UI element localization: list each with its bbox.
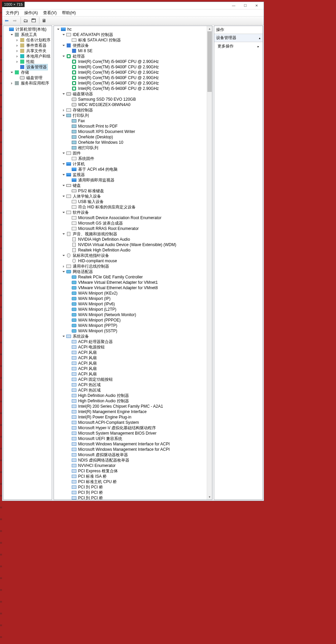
- tree-item[interactable]: 通用串行总线控制器: [55, 264, 206, 269]
- tree-item[interactable]: 共享文件夹: [4, 48, 51, 54]
- expand-toggle[interactable]: [61, 32, 66, 37]
- tree-item[interactable]: HID-compliant mouse: [55, 258, 206, 264]
- tree-item[interactable]: Fax: [55, 118, 206, 124]
- tree-item[interactable]: 任务计划程序: [4, 37, 51, 43]
- tree-item[interactable]: Microsoft Windows Management Interface f…: [55, 447, 206, 452]
- expand-toggle[interactable]: [61, 54, 66, 59]
- tree-item[interactable]: 存储: [4, 70, 51, 75]
- tree-item[interactable]: 系统设备: [55, 334, 206, 339]
- more-actions-item[interactable]: 更多操作 ▸: [214, 42, 263, 50]
- tree-item[interactable]: 网络适配器: [55, 269, 206, 274]
- tree-item[interactable]: 本地用户和组: [4, 54, 51, 59]
- tree-item[interactable]: Intel(R) Core(TM) i5-9400F CPU @ 2.90GHz: [55, 80, 206, 86]
- tree-item[interactable]: 磁盘驱动器: [55, 91, 206, 97]
- tree-item[interactable]: 根打印队列: [55, 145, 206, 150]
- scroll-down-button[interactable]: ▼: [207, 494, 212, 500]
- tree-item[interactable]: 处理器: [55, 54, 206, 59]
- expand-toggle[interactable]: [61, 210, 66, 215]
- tree-item[interactable]: 计算机管理(本地): [4, 27, 51, 32]
- tree-item[interactable]: PS/2 标准键盘: [55, 188, 206, 194]
- tree-item[interactable]: NVVHCI Enumerator: [55, 463, 206, 468]
- tree-item[interactable]: 键盘: [55, 183, 206, 188]
- tree-item[interactable]: 计算机: [55, 161, 206, 167]
- expand-toggle[interactable]: [9, 70, 14, 75]
- tree-item[interactable]: PCI 标准主机 CPU 桥: [55, 479, 206, 484]
- expand-toggle[interactable]: [61, 162, 66, 166]
- tree-item[interactable]: Microsoft UEFI 兼容系统: [55, 436, 206, 441]
- tree-item[interactable]: 通用即插即用监视器: [55, 177, 206, 183]
- expand-toggle[interactable]: [61, 264, 66, 269]
- menu-action[interactable]: 操作(A): [22, 9, 40, 16]
- tree-item[interactable]: PCI 到 PCI 桥: [55, 495, 206, 500]
- tree-item[interactable]: Intel(R) Power Engine Plug-in: [55, 414, 206, 420]
- tree-item[interactable]: Microsoft Hyper-V 虚拟化基础结构驱动程序: [55, 425, 206, 431]
- tree-item[interactable]: USB 输入设备: [55, 199, 206, 204]
- tree-item[interactable]: 打印队列: [55, 113, 206, 118]
- tree-item[interactable]: Microsoft Device Association Root Enumer…: [55, 215, 206, 221]
- expand-toggle[interactable]: [15, 38, 20, 42]
- expand-toggle[interactable]: [61, 269, 66, 274]
- help-button[interactable]: 🖥: [41, 17, 48, 24]
- tree-item[interactable]: hc: [55, 27, 206, 32]
- tree-item[interactable]: PCI 标准 ISA 桥: [55, 474, 206, 479]
- actions-section[interactable]: 设备管理器 ▴: [214, 34, 263, 42]
- tree-item[interactable]: ACPI 风扇: [55, 361, 206, 366]
- tree-item[interactable]: 人体学输入设备: [55, 194, 206, 199]
- tree-item[interactable]: 存储控制器: [55, 107, 206, 113]
- expand-toggle[interactable]: [61, 194, 66, 199]
- tree-item[interactable]: ACPI 风扇: [55, 350, 206, 355]
- tree-item[interactable]: Intel(R) 200 Series Chipset Family PMC -…: [55, 404, 206, 409]
- tree-item[interactable]: Microsoft Print to PDF: [55, 124, 206, 129]
- tree-item[interactable]: Realtek High Definition Audio: [55, 247, 206, 253]
- tree-item[interactable]: 监视器: [55, 172, 206, 177]
- tree-item[interactable]: PCI Express 根复合体: [55, 468, 206, 474]
- tree-item[interactable]: Microsoft 虚拟驱动器枚举器: [55, 452, 206, 457]
- tree-item[interactable]: Realtek PCIe GbE Family Controller: [55, 274, 206, 280]
- tree-item[interactable]: Intel(R) Core(TM) i5-9400F CPU @ 2.90GHz: [55, 59, 206, 64]
- tree-item[interactable]: VMware Virtual Ethernet Adapter for VMne…: [55, 285, 206, 291]
- tree-item[interactable]: WAN Miniport (IKEv2): [55, 291, 206, 296]
- tree-item[interactable]: 标准 SATA AHCI 控制器: [55, 37, 206, 43]
- expand-toggle[interactable]: [61, 232, 66, 236]
- expand-toggle[interactable]: [56, 27, 61, 32]
- device-tree[interactable]: hcIDE ATA/ATAPI 控制器标准 SATA AHCI 控制器便携设备M…: [54, 26, 212, 500]
- expand-toggle[interactable]: [61, 108, 66, 112]
- tree-item[interactable]: 服务和应用程序: [4, 80, 51, 86]
- tree-item[interactable]: High Definition Audio 控制器: [55, 393, 206, 398]
- back-button[interactable]: ⬅: [4, 17, 11, 24]
- tree-item[interactable]: ACPI 风扇: [55, 355, 206, 361]
- tree-item[interactable]: MI 8 SE: [55, 48, 206, 54]
- tree-item[interactable]: ACPI 风扇: [55, 366, 206, 371]
- tree-item[interactable]: 系统工具: [4, 32, 51, 37]
- tree-item[interactable]: Microsoft GS 波表合成器: [55, 221, 206, 226]
- tree-item[interactable]: ACPI 风扇: [55, 371, 206, 377]
- vertical-scrollbar[interactable]: ▲ ▼: [207, 26, 212, 500]
- tree-item[interactable]: WAN Miniport (L2TP): [55, 307, 206, 312]
- tree-item[interactable]: ACPI 热区域: [55, 387, 206, 393]
- tree-item[interactable]: 声音、视频和游戏控制器: [55, 231, 206, 237]
- tree-item[interactable]: 设备管理器: [4, 64, 51, 70]
- tree-item[interactable]: High Definition Audio 控制器: [55, 398, 206, 404]
- tree-item[interactable]: NVIDIA High Definition Audio: [55, 237, 206, 242]
- menu-file[interactable]: 文件(F): [4, 9, 21, 16]
- expand-toggle[interactable]: [61, 253, 66, 258]
- expand-toggle[interactable]: [15, 54, 20, 59]
- properties-button[interactable]: 🗔: [30, 17, 38, 24]
- minimize-button[interactable]: —: [228, 2, 239, 9]
- tree-item[interactable]: NDIS 虚拟网络适配器枚举器: [55, 457, 206, 463]
- tree-item[interactable]: WAN Miniport (IP): [55, 296, 206, 301]
- tree-item[interactable]: ACPI 处理器聚合器: [55, 339, 206, 344]
- tree-item[interactable]: 事件查看器: [4, 43, 51, 48]
- forward-button[interactable]: ➡: [12, 17, 19, 24]
- collapse-icon[interactable]: ▴: [259, 36, 261, 40]
- menu-view[interactable]: 查看(V): [41, 9, 59, 16]
- tree-item[interactable]: WAN Miniport (IPv6): [55, 301, 206, 307]
- tree-item[interactable]: 软件设备: [55, 210, 206, 215]
- expand-toggle[interactable]: [61, 334, 66, 339]
- maximize-button[interactable]: ☐: [239, 2, 251, 9]
- tree-item[interactable]: 便携设备: [55, 43, 206, 48]
- expand-toggle[interactable]: [61, 92, 66, 96]
- show-hide-tree-button[interactable]: 🗂: [22, 17, 30, 24]
- expand-toggle[interactable]: [15, 43, 20, 48]
- tree-item[interactable]: IDE ATA/ATAPI 控制器: [55, 32, 206, 37]
